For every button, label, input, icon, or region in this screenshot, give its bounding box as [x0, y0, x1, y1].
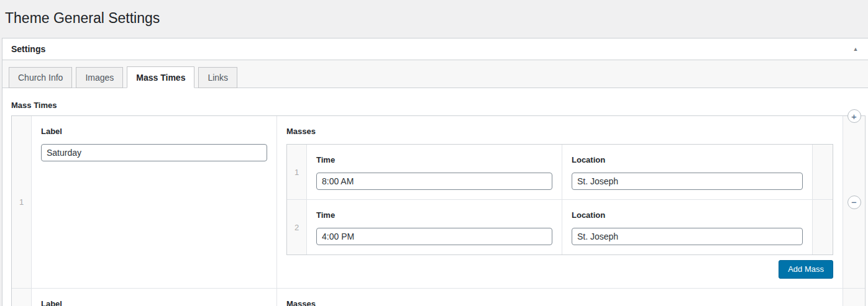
remove-row-icon[interactable]: −: [847, 196, 861, 209]
mass-times-repeater: 1 Label Masses 1 Time: [11, 115, 866, 306]
mass-row-1-time-cell: Time: [307, 145, 562, 199]
mass-row-1: 1 Time Location: [287, 145, 833, 200]
mass-row-2-location-cell: Location: [562, 200, 813, 254]
row-2-label-cell: Label: [32, 289, 277, 306]
mass-times-row-2: Label Masses: [12, 289, 865, 306]
row-1-masses-cell: Masses 1 Time Location: [277, 116, 843, 288]
time-field-title: Time: [316, 154, 552, 166]
tab-images[interactable]: Images: [76, 67, 123, 88]
mass-times-field-label: Mass Times: [11, 99, 866, 112]
row-1-remove-cell: + −: [843, 116, 865, 288]
mass-row-1-drag-handle[interactable]: 1: [287, 145, 307, 199]
add-row-icon[interactable]: +: [847, 109, 861, 123]
settings-panel-title: Settings: [11, 44, 45, 54]
row-2-drag-handle[interactable]: [12, 289, 32, 306]
add-mass-button[interactable]: Add Mass: [779, 260, 833, 279]
time-input[interactable]: [316, 173, 552, 190]
settings-panel-header[interactable]: Settings ▲: [2, 38, 868, 60]
tab-links[interactable]: Links: [198, 67, 237, 88]
mass-row-1-remove-cell: [813, 145, 833, 199]
masses-repeater: 1 Time Location: [286, 144, 833, 255]
tab-bar: Church Info Images Mass Times Links: [2, 60, 868, 88]
mass-row-2-drag-handle[interactable]: 2: [287, 200, 307, 254]
label-input[interactable]: [41, 144, 267, 161]
mass-row-1-location-cell: Location: [562, 145, 813, 199]
location-field-title: Location: [572, 209, 803, 222]
location-input[interactable]: [572, 173, 803, 190]
tab-content: Mass Times 1 Label Masses 1: [2, 88, 868, 306]
row-2-remove-cell: [843, 289, 865, 306]
mass-row-2: 2 Time Location: [287, 200, 833, 254]
collapse-panel-button[interactable]: ▲: [844, 40, 867, 58]
mass-row-2-time-cell: Time: [307, 200, 562, 254]
row-1-label-cell: Label: [32, 116, 277, 288]
masses-field-title: Masses: [286, 125, 833, 138]
masses-footer: Add Mass: [286, 260, 833, 279]
location-field-title: Location: [572, 154, 803, 166]
row-1-drag-handle[interactable]: 1: [12, 116, 32, 288]
masses-field-title: Masses: [286, 298, 833, 306]
mass-times-row-1: 1 Label Masses 1 Time: [12, 116, 865, 289]
settings-panel: Settings ▲ Church Info Images Mass Times…: [2, 38, 868, 306]
time-input[interactable]: [316, 228, 552, 245]
row-2-masses-cell: Masses: [277, 289, 843, 306]
time-field-title: Time: [316, 209, 552, 222]
label-field-title: Label: [41, 298, 267, 306]
mass-row-2-remove-cell: [813, 200, 833, 254]
location-input[interactable]: [572, 228, 803, 245]
tab-mass-times[interactable]: Mass Times: [127, 66, 194, 88]
tab-church-info[interactable]: Church Info: [9, 67, 72, 88]
page-title: Theme General Settings: [0, 0, 868, 27]
label-field-title: Label: [41, 125, 267, 138]
